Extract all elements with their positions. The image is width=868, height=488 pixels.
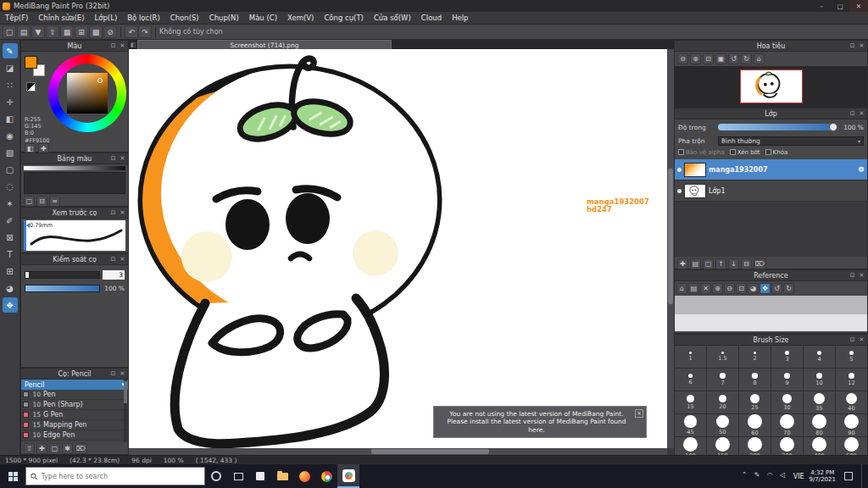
gear-icon[interactable]: ☸	[858, 165, 865, 174]
navigator-thumbnail[interactable]	[740, 69, 803, 103]
brush-size-60[interactable]: 60	[739, 414, 771, 436]
foreground-color-swatch[interactable]	[25, 56, 37, 69]
brush-size-2[interactable]: 2	[739, 346, 771, 368]
brush-preview-header[interactable]: Xem trước cọ ⊡ ✕	[21, 208, 128, 219]
gradient-tool[interactable]: ▧	[3, 145, 18, 160]
taskbar-clock[interactable]: 4:32 PM 9/7/2021	[810, 469, 836, 484]
brush-size-6[interactable]: 6	[675, 369, 706, 391]
brush-size-70[interactable]: 70	[771, 414, 803, 436]
windows-ink-icon[interactable]: ✎	[754, 471, 763, 481]
hscroll-thumb[interactable]	[371, 449, 490, 454]
rotate-right-icon[interactable]: ↻	[741, 53, 752, 64]
saturation-value-picker[interactable]	[67, 73, 108, 114]
horizontal-scrollbar[interactable]	[129, 448, 667, 455]
open-file-icon[interactable]: ▤	[17, 25, 31, 38]
close-image-icon[interactable]: ✕	[700, 283, 711, 294]
network-icon[interactable]: ◠	[767, 471, 776, 481]
palette-swatch-area[interactable]	[24, 172, 125, 194]
canvas-tab[interactable]: Screenshot (714).png	[137, 40, 392, 49]
brush-control-header[interactable]: Kiểm soát cọ ⊡ ✕	[21, 254, 128, 265]
task-view-icon[interactable]	[227, 464, 249, 488]
dot-tool[interactable]: ∷	[3, 77, 18, 92]
brush-size-50[interactable]: 50	[707, 414, 738, 436]
brush-size-7[interactable]: 7	[707, 369, 738, 391]
bucket-tool[interactable]: ◉	[3, 128, 18, 143]
notification-close-icon[interactable]: ✕	[635, 409, 643, 418]
vscroll-thumb[interactable]	[668, 169, 673, 304]
brush-size-header[interactable]: Brush Size ⊡ ✕	[675, 335, 867, 346]
menu-item[interactable]: Help	[447, 14, 473, 22]
search-input[interactable]	[41, 473, 200, 480]
close-panel-icon[interactable]: ✕	[858, 336, 865, 344]
detach-panel-icon[interactable]: ⊡	[109, 42, 117, 50]
close-panel-icon[interactable]: ✕	[119, 154, 126, 163]
brush-up-icon[interactable]: ⇧	[24, 443, 35, 454]
firefox-icon[interactable]	[293, 464, 315, 488]
menu-item[interactable]: Tệp(F)	[0, 14, 33, 22]
layer-row-selected[interactable]: manga1932007 ☸	[675, 159, 867, 180]
magic-wand-tool[interactable]: ✶	[3, 196, 18, 211]
palette-panel-header[interactable]: Bảng màu ⊡ ✕	[21, 153, 128, 164]
volume-icon[interactable]: ◁	[780, 471, 788, 481]
detach-panel-icon[interactable]: ⊡	[849, 336, 856, 344]
zoom-out-icon[interactable]: ⊖	[724, 283, 735, 294]
layer-panel-header[interactable]: Lớp ⊡ ✕	[675, 108, 867, 119]
zoom-in-icon[interactable]: ⊕	[690, 53, 701, 64]
palette-gradient-swatch[interactable]	[24, 166, 125, 170]
taskbar-search[interactable]	[25, 467, 205, 485]
brush-size-9[interactable]: 9	[771, 369, 803, 391]
minimize-button[interactable]: –	[812, 0, 831, 12]
rotate-right-icon[interactable]: ↻	[783, 283, 794, 294]
open-image-icon[interactable]: ▤	[688, 283, 699, 294]
new-canvas-icon[interactable]: ▢	[3, 25, 16, 38]
menu-item[interactable]: Chỉnh sửa(E)	[33, 14, 89, 22]
lock-checkbox[interactable]: Khóa	[765, 149, 788, 156]
move-layer-down-icon[interactable]: ↓	[728, 258, 739, 269]
brush-settings-icon[interactable]: ✱	[62, 443, 73, 454]
rotate-left-icon[interactable]: ↺	[771, 283, 782, 294]
redo-icon[interactable]: ↷	[138, 25, 152, 38]
maximize-button[interactable]: ▢	[831, 0, 849, 12]
grid-view-icon[interactable]: ▦	[60, 25, 74, 38]
add-folder-icon[interactable]: ▤	[690, 258, 701, 269]
detach-panel-icon[interactable]: ⊡	[109, 154, 117, 163]
snap-off-icon[interactable]: ⊘	[103, 25, 117, 38]
select-eraser-tool[interactable]: ⊠	[3, 230, 18, 245]
detach-panel-icon[interactable]: ⊡	[849, 42, 856, 50]
hidden-icons-icon[interactable]: ⌃	[742, 471, 750, 481]
reset-view-icon[interactable]: ⌂	[754, 53, 765, 64]
snap-grid-icon[interactable]: ⊞	[75, 25, 88, 38]
blend-mode-select[interactable]: Bình thường ▾	[718, 136, 864, 146]
store-icon[interactable]	[249, 464, 271, 488]
brush-list-scrollbar[interactable]	[124, 380, 127, 442]
brush-opacity-slider[interactable]	[25, 285, 100, 292]
medibang-taskbar-icon[interactable]	[337, 464, 359, 488]
brush-size-10[interactable]: 10	[804, 369, 835, 391]
brush-size-12[interactable]: 12	[836, 369, 867, 391]
delete-color-icon[interactable]: ⊟	[36, 196, 47, 207]
snap-parallel-icon[interactable]: ▩	[89, 25, 103, 38]
brush-panel-header[interactable]: Cọ: Pencil ⊡ ✕	[21, 369, 128, 380]
brush-size-20[interactable]: 20	[707, 391, 738, 413]
brush-size-25[interactable]: 25	[739, 391, 771, 413]
brush-size-80[interactable]: 80	[804, 414, 835, 436]
menu-item[interactable]: Công cụ(T)	[319, 14, 369, 22]
select-tool[interactable]: ▢	[3, 162, 18, 177]
menu-item[interactable]: Bộ lọc(R)	[122, 14, 165, 22]
menu-item[interactable]: Cửa sổ(W)	[369, 14, 416, 22]
brush-size-slider[interactable]	[25, 271, 100, 279]
menu-item[interactable]: Màu (C)	[244, 14, 282, 22]
show-desktop-button[interactable]	[861, 464, 865, 488]
rotate-left-icon[interactable]: ↺	[728, 53, 739, 64]
duplicate-layer-icon[interactable]: ▢	[703, 258, 714, 269]
brush-size-30[interactable]: 30	[771, 391, 803, 413]
close-panel-icon[interactable]: ✕	[119, 42, 126, 50]
action-center-icon[interactable]	[841, 464, 856, 488]
clipping-checkbox[interactable]: Xén bớt	[730, 149, 760, 156]
chrome-icon[interactable]	[315, 464, 337, 488]
reference-image-area[interactable]	[675, 296, 867, 314]
add-color-icon[interactable]: ▢	[24, 196, 35, 207]
close-panel-icon[interactable]: ✕	[858, 271, 865, 280]
navigator-header[interactable]: Hoa tiêu ⊡ ✕	[675, 41, 867, 52]
close-panel-icon[interactable]: ✕	[858, 42, 865, 50]
